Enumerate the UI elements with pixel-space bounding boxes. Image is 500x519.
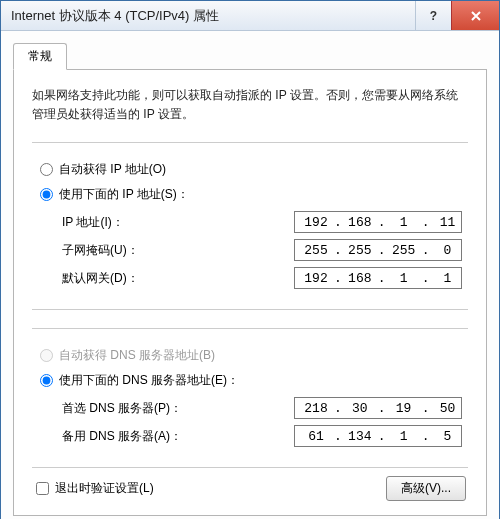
- dot: .: [377, 243, 387, 258]
- alternate-dns-input[interactable]: . . .: [294, 425, 462, 447]
- dot: .: [333, 271, 343, 286]
- tab-general[interactable]: 常规: [13, 43, 67, 70]
- ip-address-row: IP 地址(I)： . . .: [62, 211, 462, 233]
- mask-seg-4[interactable]: [430, 243, 464, 258]
- mask-seg-1[interactable]: [299, 243, 333, 258]
- pdns-seg-1[interactable]: [299, 401, 333, 416]
- dot: .: [377, 271, 387, 286]
- mask-seg-3[interactable]: [387, 243, 421, 258]
- dot: .: [333, 243, 343, 258]
- gw-seg-3[interactable]: [387, 271, 421, 286]
- validate-checkbox[interactable]: [36, 482, 49, 495]
- dot: .: [421, 271, 431, 286]
- ip-auto-label[interactable]: 自动获得 IP 地址(O): [59, 161, 166, 178]
- subnet-mask-input[interactable]: . . .: [294, 239, 462, 261]
- preferred-dns-input[interactable]: . . .: [294, 397, 462, 419]
- gw-seg-2[interactable]: [343, 271, 377, 286]
- dns-auto-radio: [40, 349, 53, 362]
- ip-auto-row: 自动获得 IP 地址(O): [38, 161, 462, 178]
- dns-manual-label[interactable]: 使用下面的 DNS 服务器地址(E)：: [59, 372, 239, 389]
- dot: .: [377, 429, 387, 444]
- ip-manual-row: 使用下面的 IP 地址(S)：: [38, 186, 462, 203]
- validate-label[interactable]: 退出时验证设置(L): [55, 480, 154, 497]
- dns-group: 自动获得 DNS 服务器地址(B) 使用下面的 DNS 服务器地址(E)： 首选…: [32, 328, 468, 468]
- dot: .: [421, 243, 431, 258]
- dot: .: [377, 401, 387, 416]
- gw-seg-1[interactable]: [299, 271, 333, 286]
- dot: .: [333, 401, 343, 416]
- ip-seg-3[interactable]: [387, 215, 421, 230]
- help-button[interactable]: ?: [415, 1, 451, 30]
- pdns-seg-2[interactable]: [343, 401, 377, 416]
- gateway-input[interactable]: . . .: [294, 267, 462, 289]
- window-buttons: ?: [415, 1, 499, 30]
- subnet-mask-label: 子网掩码(U)：: [62, 242, 294, 259]
- preferred-dns-label: 首选 DNS 服务器(P)：: [62, 400, 294, 417]
- bottom-row: 退出时验证设置(L) 高级(V)...: [32, 476, 468, 501]
- adns-seg-2[interactable]: [343, 429, 377, 444]
- close-icon: [470, 10, 482, 22]
- ip-manual-radio[interactable]: [40, 188, 53, 201]
- ip-seg-1[interactable]: [299, 215, 333, 230]
- preferred-dns-row: 首选 DNS 服务器(P)： . . .: [62, 397, 462, 419]
- client-area: 常规 如果网络支持此功能，则可以获取自动指派的 IP 设置。否则，您需要从网络系…: [1, 31, 499, 519]
- dot: .: [333, 429, 343, 444]
- ip-address-label: IP 地址(I)：: [62, 214, 294, 231]
- dot: .: [421, 215, 431, 230]
- alternate-dns-row: 备用 DNS 服务器(A)： . . .: [62, 425, 462, 447]
- advanced-button[interactable]: 高级(V)...: [386, 476, 466, 501]
- dns-auto-row: 自动获得 DNS 服务器地址(B): [38, 347, 462, 364]
- ip-manual-label[interactable]: 使用下面的 IP 地址(S)：: [59, 186, 189, 203]
- tab-strip: 常规: [13, 43, 487, 70]
- ip-address-input[interactable]: . . .: [294, 211, 462, 233]
- pdns-seg-4[interactable]: [430, 401, 464, 416]
- window-title: Internet 协议版本 4 (TCP/IPv4) 属性: [11, 7, 415, 25]
- dot: .: [421, 401, 431, 416]
- adns-seg-4[interactable]: [430, 429, 464, 444]
- ip-auto-radio[interactable]: [40, 163, 53, 176]
- dot: .: [377, 215, 387, 230]
- subnet-mask-row: 子网掩码(U)： . . .: [62, 239, 462, 261]
- dot: .: [333, 215, 343, 230]
- tab-panel-general: 如果网络支持此功能，则可以获取自动指派的 IP 设置。否则，您需要从网络系统管理…: [13, 69, 487, 516]
- gateway-label: 默认网关(D)：: [62, 270, 294, 287]
- pdns-seg-3[interactable]: [387, 401, 421, 416]
- intro-text: 如果网络支持此功能，则可以获取自动指派的 IP 设置。否则，您需要从网络系统管理…: [32, 86, 468, 124]
- ip-group: 自动获得 IP 地址(O) 使用下面的 IP 地址(S)： IP 地址(I)： …: [32, 142, 468, 310]
- gateway-row: 默认网关(D)： . . .: [62, 267, 462, 289]
- ip-seg-2[interactable]: [343, 215, 377, 230]
- dns-auto-label: 自动获得 DNS 服务器地址(B): [59, 347, 215, 364]
- dot: .: [421, 429, 431, 444]
- gw-seg-4[interactable]: [430, 271, 464, 286]
- close-button[interactable]: [451, 1, 499, 30]
- ip-seg-4[interactable]: [430, 215, 464, 230]
- alternate-dns-label: 备用 DNS 服务器(A)：: [62, 428, 294, 445]
- dns-manual-radio[interactable]: [40, 374, 53, 387]
- mask-seg-2[interactable]: [343, 243, 377, 258]
- validate-wrap: 退出时验证设置(L): [34, 480, 386, 497]
- dialog-window: Internet 协议版本 4 (TCP/IPv4) 属性 ? 常规 如果网络支…: [0, 0, 500, 519]
- dns-manual-row: 使用下面的 DNS 服务器地址(E)：: [38, 372, 462, 389]
- adns-seg-1[interactable]: [299, 429, 333, 444]
- adns-seg-3[interactable]: [387, 429, 421, 444]
- titlebar: Internet 协议版本 4 (TCP/IPv4) 属性 ?: [1, 1, 499, 31]
